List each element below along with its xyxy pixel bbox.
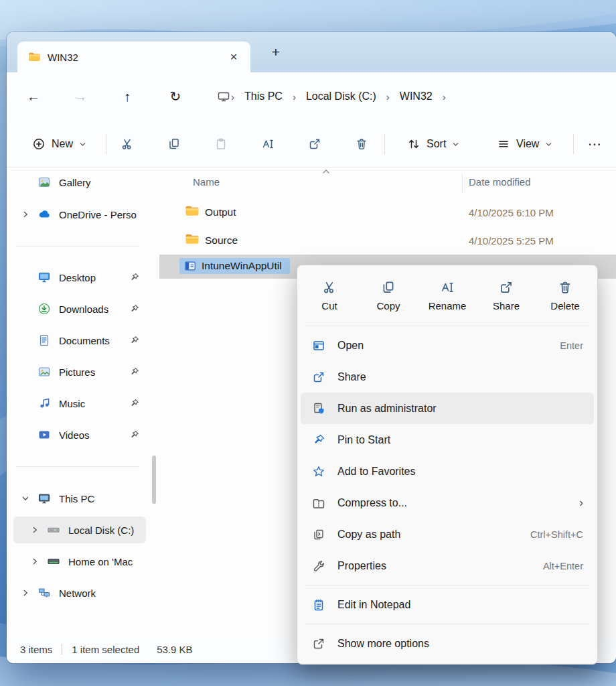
context-menu: Cut Copy Rename xyxy=(297,265,598,665)
more-options-button[interactable]: ⋯ xyxy=(580,129,609,159)
sidebar-item-documents[interactable]: Documents xyxy=(13,327,146,354)
cut-button[interactable]: Cut xyxy=(300,269,359,322)
share-button[interactable] xyxy=(300,129,329,159)
delete-button[interactable]: Delete xyxy=(536,269,595,322)
chevron-down-icon xyxy=(79,141,86,148)
sidebar-item-label: Desktop xyxy=(59,272,96,283)
sidebar-item-videos[interactable]: Videos xyxy=(13,421,146,448)
menu-item-pin-to-start[interactable]: Pin to Start xyxy=(301,424,594,456)
paste-button[interactable] xyxy=(206,129,236,159)
breadcrumb-win32[interactable]: WIN32 xyxy=(390,90,442,102)
menu-shortcut: Enter xyxy=(560,340,583,351)
chevron-right-icon[interactable] xyxy=(20,588,31,598)
sidebar-item-label: OneDrive - Perso xyxy=(59,209,137,220)
menu-item-properties[interactable]: Properties Alt+Enter xyxy=(301,550,594,581)
breadcrumb-chevron-icon[interactable]: › xyxy=(386,91,390,102)
sidebar-item-home-on-mac[interactable]: Home on 'Mac xyxy=(13,548,146,575)
sidebar-item-network[interactable]: Network xyxy=(13,579,146,606)
file-row-output[interactable]: Output 4/10/2025 6:10 PM xyxy=(159,198,616,226)
menu-item-show-more-options[interactable]: Show more options xyxy=(301,628,594,659)
column-header-name[interactable]: Name xyxy=(193,176,220,188)
breadcrumb-local-disk[interactable]: Local Disk (C:) xyxy=(297,90,386,102)
menu-item-edit-in-notepad[interactable]: Edit in Notepad xyxy=(301,589,594,620)
breadcrumb-chevron-icon[interactable]: › xyxy=(442,91,447,102)
tab-win32[interactable]: WIN32 × xyxy=(17,42,250,72)
copy-button[interactable] xyxy=(159,129,189,159)
up-button[interactable]: ↑ xyxy=(115,84,139,109)
close-tab-icon[interactable]: × xyxy=(225,48,242,66)
pin-icon xyxy=(311,433,326,447)
chevron-placeholder xyxy=(20,366,31,377)
properties-wrench-icon xyxy=(311,559,326,573)
chevron-down-icon[interactable] xyxy=(20,493,31,504)
refresh-button[interactable]: ↻ xyxy=(163,84,187,109)
sidebar-scrollbar[interactable] xyxy=(152,456,156,504)
delete-button[interactable] xyxy=(347,129,376,159)
column-divider[interactable] xyxy=(462,173,463,193)
sort-button[interactable]: Sort xyxy=(400,131,466,157)
paste-icon xyxy=(214,137,228,151)
sidebar-item-onedrive[interactable]: OneDrive - Perso xyxy=(13,201,146,228)
music-icon xyxy=(37,397,51,410)
menu-item-compress-to[interactable]: Compress to... › xyxy=(301,487,594,519)
menu-item-run-as-administrator[interactable]: Run as administrator xyxy=(301,393,594,424)
share-button[interactable]: Share xyxy=(477,269,536,322)
address-bar[interactable]: › This PC › Local Disk (C:) › WIN32 › xyxy=(205,82,609,111)
column-header-date-modified[interactable]: Date modified xyxy=(469,176,531,188)
status-item-count: 3 items xyxy=(20,644,52,655)
menu-item-open[interactable]: Open Enter xyxy=(301,330,594,361)
sidebar-item-downloads[interactable]: Downloads xyxy=(13,295,146,322)
chevron-right-icon[interactable] xyxy=(29,525,40,535)
menu-divider xyxy=(305,326,589,326)
sidebar-item-label: Local Disk (C:) xyxy=(68,525,134,536)
documents-icon xyxy=(37,334,51,347)
file-date-modified: 4/10/2025 5:25 PM xyxy=(469,235,554,247)
new-tab-button[interactable]: + xyxy=(265,42,287,63)
sidebar-item-label: Pictures xyxy=(59,366,95,378)
chevron-right-icon[interactable] xyxy=(29,556,40,567)
sidebar-item-local-disk[interactable]: Local Disk (C:) xyxy=(13,517,146,543)
sidebar-item-pictures[interactable]: Pictures xyxy=(13,358,146,385)
command-toolbar: New xyxy=(7,121,616,167)
forward-button[interactable]: → xyxy=(68,84,92,109)
sidebar-item-music[interactable]: Music xyxy=(13,390,146,417)
menu-item-label: Add to Favorites xyxy=(337,466,416,478)
chevron-placeholder xyxy=(20,335,31,346)
copy-icon xyxy=(167,137,181,151)
pictures-icon xyxy=(37,365,51,379)
pin-icon xyxy=(129,399,139,409)
view-button[interactable]: View xyxy=(490,131,559,157)
share-icon xyxy=(311,370,326,384)
menu-item-copy-as-path[interactable]: Copy as path Ctrl+Shift+C xyxy=(301,519,594,550)
toolbar-divider xyxy=(573,134,574,154)
status-selection: 1 item selected xyxy=(72,644,139,655)
cut-icon xyxy=(121,137,134,151)
chevron-right-icon[interactable] xyxy=(20,209,31,220)
breadcrumb-chevron-icon[interactable]: › xyxy=(230,91,235,102)
copy-icon xyxy=(381,280,396,295)
rename-button[interactable] xyxy=(253,129,283,159)
cut-button[interactable] xyxy=(112,129,142,159)
sidebar-item-desktop[interactable]: Desktop xyxy=(13,264,146,291)
sidebar-item-this-pc[interactable]: This PC xyxy=(13,485,146,512)
menu-item-label: Copy as path xyxy=(337,529,400,541)
new-button[interactable]: New xyxy=(24,131,94,157)
desktop: WIN32 × + ← → ↑ ↻ › This PC › Local Disk… xyxy=(0,0,616,686)
breadcrumb-chevron-icon[interactable]: › xyxy=(292,91,297,102)
menu-item-add-to-favorites[interactable]: Add to Favorites xyxy=(301,456,594,487)
back-button[interactable]: ← xyxy=(21,84,46,109)
file-row-source[interactable]: Source 4/10/2025 5:25 PM xyxy=(159,226,616,255)
this-pc-icon xyxy=(217,90,230,103)
breadcrumb-this-pc[interactable]: This PC xyxy=(235,90,292,102)
cut-icon xyxy=(322,280,337,295)
menu-item-share[interactable]: Share xyxy=(301,361,594,393)
toolbar-divider xyxy=(384,134,385,154)
selected-file-label[interactable]: IntuneWinAppUtil xyxy=(179,258,290,274)
menu-item-label: Show more options xyxy=(337,638,429,650)
rename-button[interactable]: Rename xyxy=(418,269,477,322)
status-divider xyxy=(62,644,62,655)
this-pc-icon xyxy=(37,492,51,505)
sidebar-item-gallery[interactable]: Gallery xyxy=(13,169,146,196)
chevron-placeholder xyxy=(20,398,31,409)
copy-button[interactable]: Copy xyxy=(359,269,418,322)
